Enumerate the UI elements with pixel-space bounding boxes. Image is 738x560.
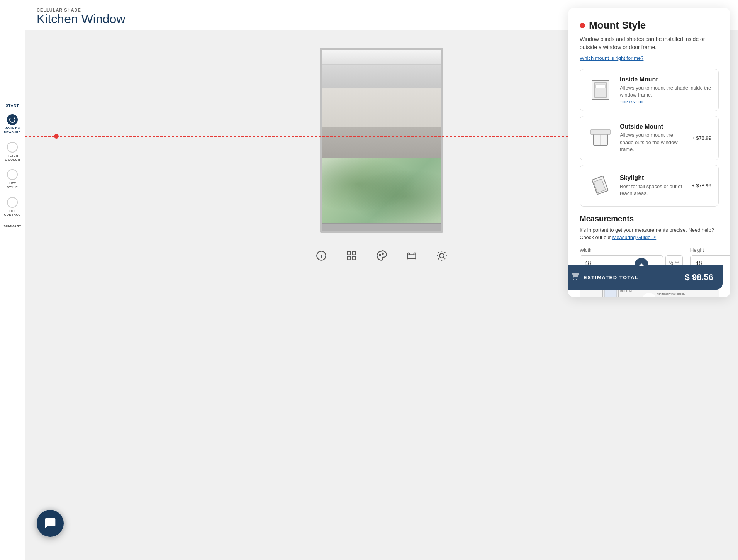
skylight-name: Skylight [620,175,686,182]
estimated-total-price: $ 98.56 [685,272,713,282]
grid-toolbar-button[interactable] [346,250,357,261]
svg-line-12 [438,252,439,253]
window-name: Kitchen Window [37,12,125,26]
measurements-title: Measurements [580,214,719,223]
sidebar-item-mount-measure-label: MOUNT & MEASURE [4,127,21,134]
skylight-desc: Best for tall spaces or out of reach are… [620,183,686,197]
svg-rect-22 [591,130,610,134]
skylight-price: + $78.99 [692,183,711,188]
skylight-option[interactable]: Skylight Best for tall spaces or out of … [580,165,719,207]
inside-mount-name: Inside Mount [620,76,711,83]
window-view [322,158,441,223]
svg-rect-3 [348,252,351,255]
window-frame [320,48,443,233]
panel-title-dot [580,23,585,28]
cart-icon [570,272,579,283]
skylight-info: Skylight Best for tall spaces or out of … [620,175,686,197]
bottom-bar-chevron[interactable] [635,258,648,272]
outside-mount-image [587,125,614,152]
info-toolbar-button[interactable] [316,250,327,261]
sidebar-start[interactable]: START [4,100,21,110]
svg-rect-5 [348,257,351,260]
sidebar-item-lift-style[interactable]: LIFT STYLE [0,165,25,193]
width-label: Width [580,248,683,253]
shade-bottom-bar [322,223,441,231]
mount-measure-icon [7,114,18,125]
svg-point-35 [573,279,574,280]
inside-mount-badge: TOP RATED [620,100,711,104]
chat-button[interactable] [37,510,64,537]
right-panel: Mount Style Window blinds and shades can… [568,8,730,297]
svg-rect-4 [352,252,355,255]
outside-mount-info: Outside Mount Allows you to mount the sh… [620,123,686,153]
sidebar: START MOUNT & MEASURE FILTER & COLOR LIF… [0,0,25,560]
outside-mount-price: + $78.99 [692,135,711,141]
skylight-image [587,172,614,199]
svg-line-16 [438,259,439,260]
filter-color-icon [7,142,18,153]
outside-mount-desc: Allows you to mount the shade outside th… [620,132,686,153]
estimated-total-label: ESTIMATED TOTAL [584,275,638,280]
sidebar-item-filter-color[interactable]: FILTER & COLOR [0,138,25,165]
mount-guide-link[interactable]: Which mount is right for me? [580,55,643,61]
svg-line-13 [444,259,445,260]
svg-line-17 [444,252,445,253]
bottom-bar-left: ESTIMATED TOTAL [570,272,638,283]
mount-style-description: Window blinds and shades can be installe… [580,35,719,51]
dotted-line-horizontal [25,136,591,137]
panel-scroll-content[interactable]: Mount Style Window blinds and shades can… [568,8,730,297]
inside-mount-info: Inside Mount Allows you to mount the sha… [620,76,711,104]
svg-point-8 [382,253,383,255]
shade-top [322,50,441,65]
sidebar-summary[interactable]: SUMMARY [2,221,23,232]
sidebar-item-mount-measure[interactable]: MOUNT & MEASURE [0,110,25,138]
window-inner [322,50,441,231]
sidebar-item-lift-control[interactable]: LIFT CONTROL [0,193,25,221]
measuring-guide-link[interactable]: Measuring Guide ↗ [612,234,657,240]
shade-section-3 [322,127,441,158]
height-label: Height [690,248,730,253]
svg-point-9 [439,253,444,258]
measurements-desc: It's important to get your measurements … [580,226,719,241]
bottom-bar: ESTIMATED TOTAL $ 98.56 [568,265,723,290]
inside-mount-option[interactable]: Inside Mount Allows you to mount the sha… [580,69,719,111]
header-text: CELLULAR SHADE Kitchen Window [37,8,125,26]
mount-style-section: Mount Style [580,19,719,31]
inside-mount-desc: Allows you to mount the shade inside the… [620,85,711,98]
svg-point-36 [576,279,577,280]
svg-rect-6 [352,257,355,260]
shade-section-2 [322,88,441,127]
outside-mount-option[interactable]: Outside Mount Allows you to mount the sh… [580,116,719,160]
sidebar-item-lift-style-label: LIFT STYLE [7,182,18,189]
shade-section-1 [322,65,441,88]
palette-toolbar-button[interactable] [376,250,387,261]
sidebar-item-filter-color-label: FILTER & COLOR [5,154,20,161]
svg-text:BOTTOM: BOTTOM [620,290,632,292]
brightness-toolbar-button[interactable] [436,250,447,261]
sidebar-item-lift-control-label: LIFT CONTROL [4,209,20,217]
svg-text:horizontally in 3 places.: horizontally in 3 places. [657,292,685,295]
svg-rect-20 [596,84,605,88]
outside-mount-name: Outside Mount [620,123,686,130]
red-dot-left [54,134,59,139]
mount-style-title: Mount Style [589,19,646,31]
lift-control-icon [7,197,18,208]
svg-point-7 [379,255,381,256]
sofa-toolbar-button[interactable] [406,250,417,261]
lift-style-icon [7,169,18,180]
inside-mount-image [587,76,614,104]
